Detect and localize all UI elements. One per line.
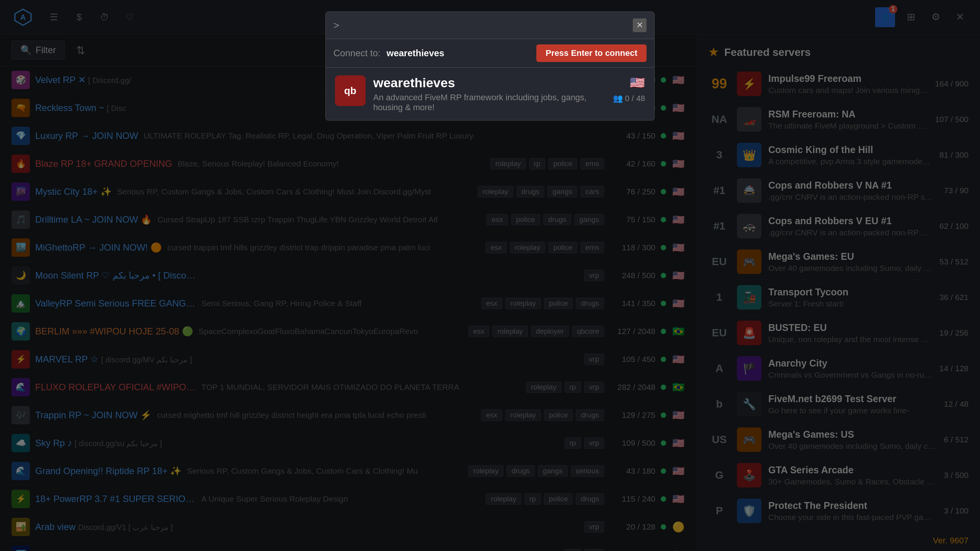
preview-server-desc: An advanced FiveM RP framework including… [373,93,605,112]
connect-banner: Connect to: wearethieves Press Enter to … [325,39,655,68]
press-enter-button[interactable]: Press Enter to connect [536,44,647,62]
connect-to-server-name: wearethieves [387,48,444,59]
server-preview-card: qb wearethieves An advanced FiveM RP fra… [325,68,655,121]
search-input-row: > ✕ [325,11,655,39]
preview-server-icon: qb [335,75,366,106]
search-prompt: > [333,20,339,31]
preview-server-info: wearethieves An advanced FiveM RP framew… [373,75,605,112]
preview-server-players: 👥 0 / 48 [613,94,645,103]
preview-server-right: 🇺🇸 👥 0 / 48 [613,75,645,103]
search-overlay: > ✕ Connect to: wearethieves Press Enter… [325,11,655,121]
connect-to-label: Connect to: [333,48,381,59]
preview-server-name: wearethieves [373,75,605,90]
preview-server-flag: 🇺🇸 [630,75,645,90]
search-close-button[interactable]: ✕ [633,18,647,32]
